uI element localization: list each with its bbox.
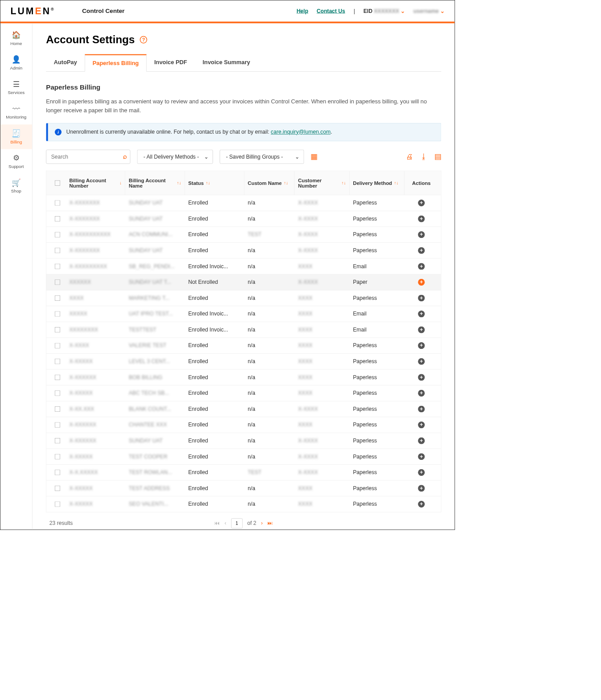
banner-text: Unenrollment is currently unavailable on… (66, 129, 270, 135)
sidebar-item-monitoring[interactable]: 〰Monitoring (0, 100, 32, 124)
first-page-icon[interactable]: ⏮ (214, 520, 220, 527)
row-action-add-icon[interactable]: + (418, 406, 425, 413)
settings-table-icon[interactable]: ▤ (434, 152, 441, 161)
row-checkbox[interactable] (55, 248, 60, 253)
row-action-add-icon[interactable]: + (418, 422, 425, 428)
row-checkbox[interactable] (55, 280, 60, 285)
row-action-add-icon[interactable]: + (418, 374, 425, 381)
cell-customer: X-XXXX (294, 232, 349, 238)
row-checkbox[interactable] (55, 375, 60, 380)
row-action-add-icon[interactable]: + (418, 327, 425, 333)
cell-ban: X-XXXXXXXXX (66, 263, 126, 270)
select-all-checkbox[interactable] (55, 180, 60, 186)
col-delivery-method[interactable]: Delivery Method↑↓ (349, 171, 404, 195)
delivery-method-filter[interactable]: - All Delivery Methods -⌄ (137, 150, 213, 164)
row-checkbox[interactable] (55, 343, 60, 348)
row-action-add-icon[interactable]: + (418, 200, 425, 206)
col-customer-number[interactable]: Customer Number↑↓ (294, 171, 349, 195)
row-checkbox[interactable] (55, 295, 60, 301)
cell-ban: X-XXXXX (66, 390, 126, 397)
search-input[interactable] (46, 150, 130, 164)
row-checkbox[interactable] (55, 438, 60, 443)
row-action-add-icon[interactable]: + (418, 279, 425, 286)
sidebar-item-support[interactable]: ⚙Support (0, 149, 32, 174)
row-action-add-icon[interactable]: + (418, 469, 425, 476)
table-row: X-XXXXXXXSUNDAY UATEnrolledn/aX-XXXXPape… (46, 195, 441, 211)
tab-invoice-summary[interactable]: Invoice Summary (195, 54, 258, 72)
row-checkbox[interactable] (55, 327, 60, 332)
row-action-add-icon[interactable]: + (418, 390, 425, 397)
row-checkbox[interactable] (55, 264, 60, 269)
page-input[interactable] (231, 519, 242, 529)
col-custom-name[interactable]: Custom Name↑↓ (244, 171, 294, 195)
next-page-icon[interactable]: › (261, 520, 262, 527)
sidebar-item-shop[interactable]: 🛒Shop (0, 174, 32, 198)
row-checkbox[interactable] (55, 454, 60, 459)
banner-email-link[interactable]: care.inquiry@lumen.com (271, 129, 331, 135)
cell-ban: X-X.XXXXX (66, 470, 126, 476)
tab-invoice-pdf[interactable]: Invoice PDF (147, 54, 195, 72)
row-action-add-icon[interactable]: + (418, 485, 425, 492)
row-checkbox[interactable] (55, 406, 60, 412)
row-checkbox[interactable] (55, 422, 60, 428)
cell-method: Paperless (349, 248, 404, 254)
col-status[interactable]: Status↑↓ (185, 171, 245, 195)
row-action-add-icon[interactable]: + (418, 311, 425, 317)
row-checkbox[interactable] (55, 486, 60, 491)
cell-customer: X-XXXX (294, 454, 349, 460)
cell-ban: XXXX (66, 295, 126, 301)
tab-autopay[interactable]: AutoPay (46, 54, 85, 72)
col-billing-account-number[interactable]: Billing Account Number↓ (66, 171, 126, 195)
table-row: X-XXXXXABC TECH SB...Enrolledn/aXXXXPape… (46, 385, 441, 401)
user-dropdown[interactable]: username⌄ (413, 8, 445, 14)
row-checkbox[interactable] (55, 216, 60, 221)
row-action-add-icon[interactable]: + (418, 342, 425, 349)
cell-ban: X-XXXXXXX (66, 216, 126, 222)
row-action-add-icon[interactable]: + (418, 358, 425, 365)
row-checkbox[interactable] (55, 470, 60, 475)
cell-method: Paperless (349, 359, 404, 365)
row-action-add-icon[interactable]: + (418, 501, 425, 508)
cell-customer: XXXX (294, 263, 349, 270)
product-title: Control Center (82, 8, 124, 15)
col-billing-account-name[interactable]: Billing Account Name↑↓ (125, 171, 185, 195)
row-checkbox[interactable] (55, 232, 60, 237)
cell-customer: XXXX (294, 374, 349, 381)
row-checkbox[interactable] (55, 359, 60, 364)
cell-custom: n/a (244, 390, 294, 397)
row-checkbox[interactable] (55, 311, 60, 317)
sidebar-item-services[interactable]: ☰Services (0, 75, 32, 100)
row-checkbox[interactable] (55, 391, 60, 396)
search-icon[interactable]: ⌕ (123, 152, 127, 160)
section-description: Enroll in paperless billing as a conveni… (46, 98, 441, 115)
help-icon[interactable]: ? (139, 36, 147, 44)
cell-ban: X-XXXXX (66, 359, 126, 365)
sidebar-item-admin[interactable]: 👤Admin (0, 51, 32, 75)
billing-group-filter[interactable]: - Saved Billing Groups -⌄ (219, 150, 303, 164)
sidebar-item-billing[interactable]: 🧾Billing (0, 124, 32, 149)
prev-page-icon[interactable]: ‹ (225, 520, 226, 527)
cell-name: SUNDAY UAT (125, 200, 185, 206)
table-row: X-XXXXXXXSUNDAY UATEnrolledn/aX-XXXXPape… (46, 211, 441, 227)
sort-icon: ↑↓ (284, 180, 288, 185)
download-icon[interactable]: ⭳ (420, 152, 427, 161)
contact-link[interactable]: Contact Us (317, 8, 345, 14)
row-checkbox[interactable] (55, 201, 60, 206)
sidebar-item-home[interactable]: 🏠Home (0, 26, 32, 50)
row-action-add-icon[interactable]: + (418, 216, 425, 222)
cell-customer: XXXX (294, 327, 349, 333)
row-action-add-icon[interactable]: + (418, 453, 425, 460)
row-checkbox[interactable] (55, 502, 60, 507)
manage-billing-groups-icon[interactable]: ▦ (311, 152, 318, 161)
print-icon[interactable]: 🖨 (406, 152, 413, 161)
row-action-add-icon[interactable]: + (418, 295, 425, 302)
last-page-icon[interactable]: ⏭ (267, 520, 273, 527)
row-action-add-icon[interactable]: + (418, 438, 425, 444)
cell-status: Enrolled (185, 200, 245, 206)
row-action-add-icon[interactable]: + (418, 247, 425, 254)
tab-paperless-billing[interactable]: Paperless Billing (85, 54, 147, 72)
eid-dropdown[interactable]: EID XXXXXXX⌄ (364, 8, 405, 14)
help-link[interactable]: Help (297, 8, 308, 14)
row-action-add-icon[interactable]: + (418, 231, 425, 238)
row-action-add-icon[interactable]: + (418, 263, 425, 270)
